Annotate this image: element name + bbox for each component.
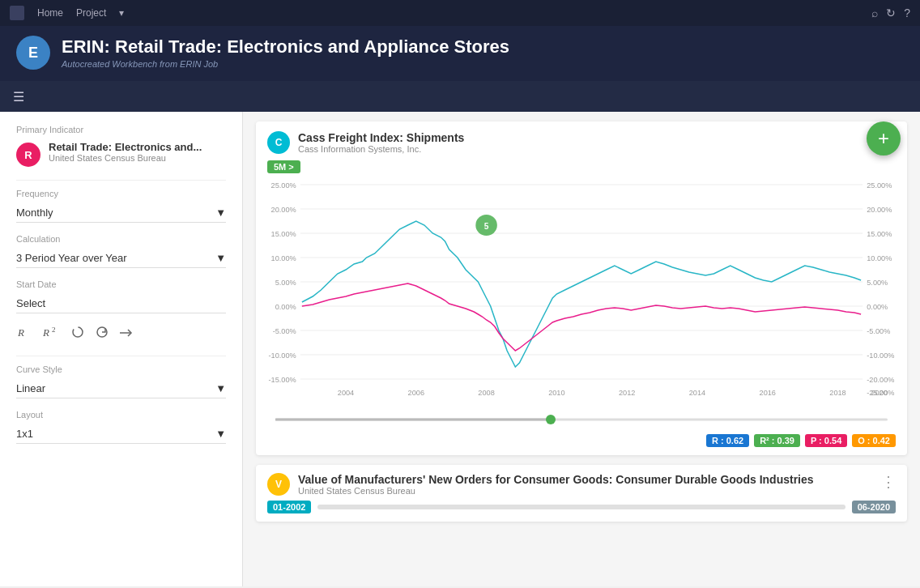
chart1-slider[interactable] — [275, 411, 888, 428]
chart-area: + C Cass Freight Index: Shipments Cass I… — [243, 112, 920, 586]
layout-value: 1x1 — [16, 428, 33, 440]
svg-text:-10.00%: -10.00% — [867, 352, 894, 360]
date-bar: 01-2002 06-2020 — [267, 501, 896, 513]
svg-text:2016: 2016 — [760, 389, 776, 397]
chart1-source: Cass Information Systems, Inc. — [298, 144, 464, 154]
calculation-chevron: ▼ — [215, 252, 226, 264]
frequency-label: Frequency — [16, 189, 226, 198]
date-end-badge: 06-2020 — [852, 501, 896, 513]
refresh-icon[interactable]: ↻ — [886, 6, 896, 19]
search-icon[interactable]: ⌕ — [871, 6, 878, 19]
page-header: E ERIN: Retail Trade: Electronics and Ap… — [0, 26, 920, 81]
icon-row: R R2 — [16, 325, 226, 343]
startdate-select[interactable]: Select — [16, 294, 226, 313]
svg-text:2014: 2014 — [689, 389, 705, 397]
svg-text:2020: 2020 — [871, 389, 887, 397]
svg-text:5.00%: 5.00% — [867, 279, 888, 287]
main-content: Primary Indicator R Retail Trade: Electr… — [0, 112, 920, 586]
svg-text:0.00%: 0.00% — [275, 303, 296, 311]
help-icon[interactable]: ? — [904, 6, 910, 19]
stat-r: R : 0.62 — [706, 434, 749, 447]
home-link[interactable]: Home — [37, 7, 63, 19]
arrow-icon-btn[interactable] — [120, 326, 134, 341]
calculation-value: 3 Period Year over Year — [16, 252, 127, 264]
header-text: ERIN: Retail Trade: Electronics and Appl… — [62, 36, 509, 69]
project-chevron: ▾ — [119, 7, 124, 19]
startdate-value: Select — [16, 297, 45, 309]
chart1-avatar: C — [267, 131, 290, 154]
sidebar: Primary Indicator R Retail Trade: Electr… — [0, 112, 243, 586]
startdate-label: Start Date — [16, 279, 226, 289]
chart2-header: V Value of Manufacturers' New Orders for… — [267, 473, 896, 496]
page-title: ERIN: Retail Trade: Electronics and Appl… — [62, 36, 509, 58]
svg-text:-15.00%: -15.00% — [269, 376, 296, 384]
svg-text:2018: 2018 — [829, 389, 845, 397]
layout-label: Layout — [16, 410, 226, 420]
svg-text:2004: 2004 — [338, 389, 354, 397]
toolbar: ☰ — [0, 81, 920, 112]
chart-card-2: V Value of Manufacturers' New Orders for… — [256, 465, 907, 522]
chart1-info: Cass Freight Index: Shipments Cass Infor… — [298, 131, 464, 154]
svg-text:10.00%: 10.00% — [271, 254, 296, 262]
svg-text:2012: 2012 — [619, 389, 635, 397]
date-bar-line — [317, 505, 845, 509]
divider-1 — [16, 180, 226, 181]
chart2-info: Value of Manufacturers' New Orders for C… — [298, 473, 814, 496]
frequency-chevron: ▼ — [215, 207, 226, 219]
layout-section: Layout 1x1 ▼ — [16, 410, 226, 444]
chart-card-1: C Cass Freight Index: Shipments Cass Inf… — [256, 121, 907, 455]
hamburger-icon[interactable]: ☰ — [13, 89, 24, 104]
chart2-source: United States Census Bureau — [298, 486, 814, 496]
svg-text:10.00%: 10.00% — [867, 254, 892, 262]
calculation-select[interactable]: 3 Period Year over Year ▼ — [16, 249, 226, 268]
chart1-header: C Cass Freight Index: Shipments Cass Inf… — [267, 131, 896, 154]
curvestyle-select[interactable]: Linear ▼ — [16, 379, 226, 398]
pi-name: Retail Trade: Electronics and... — [49, 141, 202, 153]
chart2-more-icon[interactable]: ⋮ — [881, 473, 896, 491]
curvestyle-section: Curve Style Linear ▼ — [16, 364, 226, 398]
header-avatar: E — [16, 36, 50, 70]
frequency-section: Frequency Monthly ▼ — [16, 189, 226, 223]
svg-text:0.00%: 0.00% — [867, 303, 888, 311]
frequency-value: Monthly — [16, 207, 53, 219]
r-icon-btn[interactable]: R — [16, 325, 31, 343]
page-subtitle: Autocreated Workbench from ERIN Job — [62, 59, 509, 69]
svg-text:-5.00%: -5.00% — [867, 327, 890, 335]
startdate-section: Start Date Select — [16, 279, 226, 313]
pi-info: Retail Trade: Electronics and... United … — [49, 141, 202, 163]
divider-2 — [16, 356, 226, 356]
svg-text:15.00%: 15.00% — [867, 230, 892, 238]
svg-text:25.00%: 25.00% — [271, 181, 296, 190]
svg-text:15.00%: 15.00% — [271, 230, 296, 238]
pi-source: United States Census Bureau — [49, 153, 202, 163]
svg-text:-5.00%: -5.00% — [273, 327, 296, 335]
svg-text:20.00%: 20.00% — [271, 206, 296, 214]
cycle1-icon-btn[interactable] — [71, 326, 84, 342]
svg-text:25.00%: 25.00% — [867, 181, 892, 190]
layout-select[interactable]: 1x1 ▼ — [16, 424, 226, 444]
svg-text:2008: 2008 — [478, 389, 494, 397]
curvestyle-label: Curve Style — [16, 364, 226, 374]
svg-text:R: R — [42, 326, 49, 339]
stats-bar: R : 0.62 R² : 0.39 P : 0.54 O : 0.42 — [267, 434, 896, 447]
svg-text:5.00%: 5.00% — [275, 279, 296, 287]
r2-icon-btn[interactable]: R2 — [42, 325, 60, 343]
calculation-section: Calculation 3 Period Year over Year ▼ — [16, 234, 226, 268]
svg-text:R: R — [17, 326, 24, 339]
chart2-avatar: V — [267, 473, 290, 496]
svg-text:5: 5 — [484, 222, 489, 231]
top-nav: Home Project ▾ ⌕ ↻ ? — [0, 0, 920, 26]
project-link[interactable]: Project — [76, 7, 106, 19]
frequency-select[interactable]: Monthly ▼ — [16, 203, 226, 223]
stat-r2: R² : 0.39 — [754, 434, 800, 447]
svg-text:-10.00%: -10.00% — [269, 352, 296, 360]
cycle2-icon-btn[interactable] — [96, 326, 109, 342]
curvestyle-value: Linear — [16, 382, 45, 394]
time-badge[interactable]: 5M > — [267, 160, 300, 173]
primary-indicator-card: R Retail Trade: Electronics and... Unite… — [16, 141, 226, 167]
stat-p: P : 0.54 — [805, 434, 847, 447]
top-nav-right: ⌕ ↻ ? — [871, 6, 910, 19]
curvestyle-chevron: ▼ — [215, 382, 226, 394]
chart2-title: Value of Manufacturers' New Orders for C… — [298, 473, 814, 486]
fab-button[interactable]: + — [867, 121, 901, 156]
